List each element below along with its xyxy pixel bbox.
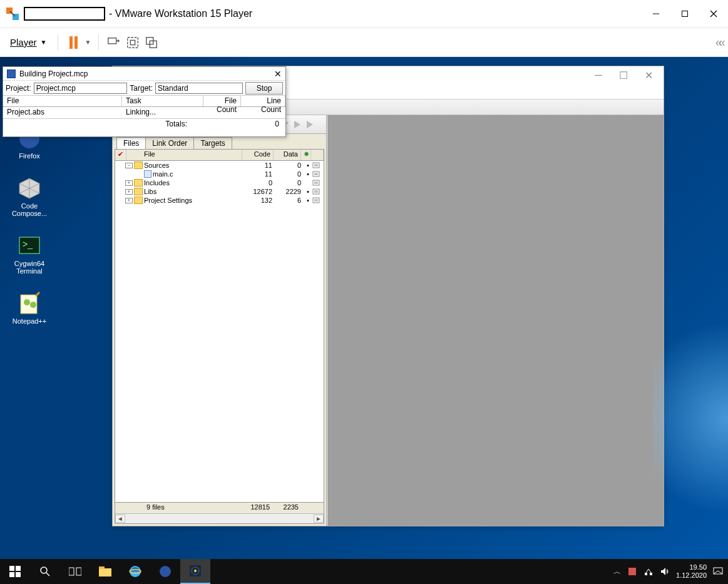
start-button[interactable] — [0, 559, 30, 584]
debug-column-icon[interactable]: ✸ — [301, 150, 311, 160]
build-dialog-icon — [7, 69, 16, 78]
code-column[interactable]: Code — [242, 150, 274, 160]
svg-rect-55 — [9, 572, 14, 577]
file-tree-row[interactable]: +Includes00 — [115, 178, 324, 187]
file-tree-row[interactable]: −Sources110• — [115, 161, 324, 170]
search-button[interactable] — [30, 559, 60, 584]
tab-link-order[interactable]: Link Order — [145, 137, 194, 149]
tray-expand-icon[interactable]: ︿ — [613, 566, 621, 577]
svg-rect-70 — [645, 573, 647, 575]
row-menu-icon[interactable] — [312, 162, 324, 168]
tray-network-icon[interactable] — [643, 566, 654, 576]
target-column[interactable] — [311, 150, 324, 160]
row-menu-icon[interactable] — [312, 197, 324, 203]
svg-rect-7 — [128, 37, 138, 48]
play-icon[interactable] — [292, 120, 302, 130]
ide-close-button[interactable]: ✕ — [636, 68, 661, 83]
build-columns: File Task File Count Line Count — [3, 96, 285, 107]
row-menu-icon[interactable] — [312, 180, 324, 186]
svg-rect-8 — [131, 40, 135, 44]
minimize-button[interactable] — [642, 0, 670, 28]
tray-security-icon[interactable] — [627, 566, 637, 576]
collapse-toolbar-icon[interactable]: «« — [715, 35, 722, 49]
file-tree-footer: 9 files 12815 2235 — [115, 502, 324, 513]
svg-text:>_: >_ — [23, 239, 33, 249]
close-button[interactable] — [699, 0, 728, 28]
file-tree-row[interactable]: +Project Settings1326• — [115, 196, 324, 205]
taskbar-ie[interactable] — [120, 559, 150, 584]
ide-minimize-button[interactable]: ─ — [586, 68, 611, 83]
row-menu-icon[interactable] — [312, 171, 324, 177]
expand-icon[interactable]: + — [125, 198, 133, 203]
player-menu[interactable]: Player▼ — [6, 36, 50, 49]
file-tree-row[interactable]: +Libs126722229• — [115, 187, 324, 196]
build-dialog-titlebar[interactable]: Building Project.mcp ✕ — [3, 67, 285, 81]
tray-volume-icon[interactable] — [660, 566, 670, 576]
unity-mode-icon[interactable] — [144, 35, 159, 50]
svg-rect-69 — [628, 568, 636, 575]
task-view-button[interactable] — [60, 559, 90, 584]
desktop-icon-notepadpp[interactable]: Notepad++ — [8, 291, 51, 325]
vmware-title: - VMware Workstation 15 Player — [109, 8, 252, 19]
build-totals: Totals: 0 — [3, 118, 285, 130]
svg-rect-56 — [16, 572, 21, 577]
vmware-logo-icon — [4, 5, 21, 23]
maximize-button[interactable] — [670, 0, 699, 28]
build-close-button[interactable]: ✕ — [274, 69, 282, 79]
svg-marker-74 — [661, 568, 665, 575]
taskbar: ︿ 19.50 1.12.2020 — [0, 559, 728, 584]
pause-dropdown-icon[interactable]: ▼ — [85, 39, 91, 46]
target-field[interactable] — [155, 83, 243, 94]
play-icon[interactable] — [304, 120, 314, 130]
svg-point-57 — [41, 567, 47, 573]
svg-rect-47 — [313, 189, 319, 194]
file-icon — [144, 170, 151, 178]
fullscreen-icon[interactable] — [125, 35, 140, 50]
scroll-right-icon[interactable]: ► — [314, 515, 324, 523]
separator — [98, 34, 99, 51]
row-menu-icon[interactable] — [312, 188, 324, 195]
taskbar-firefox[interactable] — [150, 559, 180, 584]
tab-targets[interactable]: Targets — [193, 137, 232, 149]
horizontal-scrollbar[interactable]: ◄ ► — [115, 513, 324, 523]
target-label: Target: — [130, 84, 153, 93]
stop-button[interactable]: Stop — [245, 82, 283, 95]
pause-vm-button[interactable] — [66, 35, 81, 50]
svg-marker-37 — [307, 121, 313, 128]
taskbar-ide[interactable] — [180, 559, 210, 584]
expand-icon[interactable]: + — [125, 189, 133, 195]
send-ctrl-alt-del-icon[interactable] — [106, 35, 121, 50]
desktop-icon-codecomposer[interactable]: Code Compose... — [8, 176, 51, 217]
project-panel: Full Chip Simulation Files Link Order Ta… — [113, 115, 327, 526]
svg-rect-61 — [99, 568, 111, 576]
system-tray: ︿ 19.50 1.12.2020 — [608, 563, 728, 579]
vmware-titlebar: - VMware Workstation 15 Player — [0, 0, 728, 28]
folder-icon — [134, 179, 143, 187]
svg-marker-36 — [294, 121, 300, 128]
svg-rect-59 — [69, 568, 74, 575]
svg-rect-71 — [650, 573, 652, 575]
cube-icon — [17, 176, 42, 201]
svg-rect-44 — [313, 180, 319, 185]
tab-files[interactable]: Files — [116, 137, 146, 149]
ide-maximize-button[interactable]: ☐ — [611, 68, 636, 83]
file-tree-row[interactable]: main.c110• — [115, 170, 324, 178]
scroll-left-icon[interactable]: ◄ — [115, 515, 125, 523]
tray-clock[interactable]: 19.50 1.12.2020 — [676, 563, 707, 579]
expand-icon[interactable]: − — [125, 163, 133, 168]
build-dialog: Building Project.mcp ✕ Project: Target: … — [3, 66, 286, 137]
svg-rect-62 — [99, 566, 105, 569]
project-label: Project: — [6, 84, 31, 93]
svg-point-20 — [30, 302, 36, 308]
folder-icon — [134, 161, 143, 169]
svg-rect-50 — [313, 198, 319, 203]
desktop-icon-cygwin[interactable]: >_ Cygwin64 Terminal — [8, 233, 51, 275]
data-column[interactable]: Data — [274, 150, 301, 160]
file-column[interactable]: File — [126, 150, 242, 160]
tray-notifications-icon[interactable] — [713, 566, 723, 576]
taskbar-explorer[interactable] — [90, 559, 120, 584]
svg-point-19 — [24, 299, 30, 305]
project-field[interactable] — [34, 83, 128, 94]
check-column-icon[interactable]: ✔ — [115, 150, 126, 160]
expand-icon[interactable]: + — [125, 180, 133, 186]
